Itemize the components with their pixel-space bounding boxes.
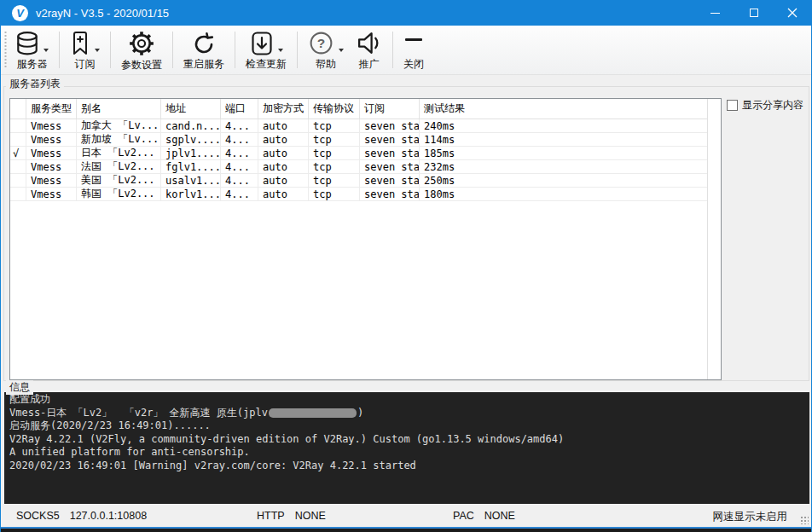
cell-type: Vmess — [26, 119, 77, 132]
server-list-group-label: 服务器列表 — [6, 77, 64, 91]
log-console: 配置成功 Vmess-日本 「Lv2」 「v2r」 全新高速 原生(jplv) … — [4, 392, 809, 504]
cell-port: 4... — [221, 188, 258, 200]
close-window-button[interactable] — [773, 0, 811, 26]
cell-type: Vmess — [26, 160, 77, 173]
column-header-state[interactable] — [10, 99, 26, 119]
maximize-button[interactable] — [734, 0, 773, 26]
cell-test-result: 185ms — [420, 147, 707, 159]
cell-state-active-checkmark: √ — [10, 147, 26, 159]
cell-port: 4... — [221, 133, 258, 146]
restart-icon — [191, 31, 217, 56]
close-icon — [787, 8, 798, 18]
log-line: 配置成功 — [9, 393, 809, 407]
cell-address: jplv1.... — [161, 147, 221, 159]
toolbar-button-check-update[interactable]: 检查更新 — [240, 26, 293, 74]
cell-state — [10, 119, 26, 132]
toolbar-button-label: 订阅 — [75, 57, 96, 72]
toolbar-separator — [392, 32, 393, 68]
toolbar-button-label: 参数设置 — [121, 58, 162, 72]
redacted-text — [269, 408, 357, 418]
cell-subscription: seven star — [360, 174, 420, 187]
cell-state — [10, 188, 26, 200]
toolbar-button-subscription[interactable]: 订阅 — [64, 26, 106, 74]
column-header-transport[interactable]: 传输协议 — [309, 99, 360, 119]
log-line: 2020/02/23 16:49:01 [Warning] v2ray.com/… — [9, 460, 809, 473]
column-header-test-result[interactable]: 测试结果 — [420, 99, 707, 119]
window-title: v2rayN - V3.5 - 2020/01/15 — [36, 7, 169, 20]
toolbar-separator — [172, 32, 173, 68]
svg-text:?: ? — [317, 36, 325, 50]
chevron-down-icon[interactable] — [95, 49, 100, 52]
table-row[interactable]: Vmess 法国 「Lv2... fglv1.... 4... auto tcp… — [10, 160, 707, 174]
cell-alias: 韩国 「Lv2... — [77, 188, 161, 200]
cell-test-result: 240ms — [420, 119, 707, 132]
cell-address: sgplv.... — [161, 133, 221, 146]
server-icon — [15, 31, 39, 56]
chevron-down-icon[interactable] — [339, 49, 344, 52]
maximize-icon — [750, 9, 758, 17]
cell-state — [10, 174, 26, 187]
statusbar: SOCKS5127.0.0.1:10808 HTTPNONE PACNONE 网… — [1, 506, 811, 527]
settings-gear-icon — [128, 30, 155, 57]
table-row[interactable]: Vmess 美国 「Lv2... usalv1... 4... auto tcp… — [10, 174, 707, 188]
cell-transport: tcp — [309, 133, 360, 146]
table-row[interactable]: √ Vmess 日本 「Lv2... jplv1.... 4... auto t… — [10, 147, 707, 160]
log-line: Vmess-日本 「Lv2」 「v2r」 全新高速 原生(jplv) — [9, 407, 809, 420]
chevron-down-icon[interactable] — [278, 49, 283, 52]
minimize-button[interactable] — [696, 0, 734, 26]
table-row[interactable]: Vmess 韩国 「Lv2... korlv1... 4... auto tcp… — [10, 188, 707, 201]
cell-alias: 法国 「Lv2... — [77, 160, 161, 173]
app-logo-icon: V — [12, 5, 28, 21]
cell-state — [10, 160, 26, 173]
toolbar: 服务器 订阅 — [1, 26, 811, 75]
cell-subscription: seven star — [360, 160, 420, 173]
cell-encryption: auto — [258, 119, 309, 132]
table-row[interactable]: Vmess 加拿大 「Lv... cand.n... 4... auto tcp… — [10, 119, 707, 133]
cell-port: 4... — [221, 174, 258, 187]
cell-transport: tcp — [309, 160, 360, 173]
toolbar-button-label: 帮助 — [316, 57, 336, 72]
pac-value: NONE — [484, 510, 515, 522]
table-body: Vmess 加拿大 「Lv... cand.n... 4... auto tcp… — [10, 119, 707, 201]
http-status: HTTPNONE — [257, 510, 326, 522]
toolbar-button-promotion[interactable]: 推广 — [350, 26, 388, 74]
toolbar-button-servers[interactable]: 服务器 — [9, 26, 55, 74]
resize-grip[interactable] — [800, 516, 809, 524]
cell-test-result: 180ms — [420, 188, 707, 200]
cell-port: 4... — [221, 119, 258, 132]
cell-transport: tcp — [309, 174, 360, 187]
cell-subscription: seven star — [360, 147, 420, 159]
column-header-alias[interactable]: 别名 — [77, 99, 161, 119]
http-value: NONE — [295, 510, 326, 522]
toolbar-button-help[interactable]: ? 帮助 — [302, 26, 350, 74]
subscription-icon — [70, 31, 90, 56]
pac-status: PACNONE — [453, 510, 515, 522]
cell-address: korlv1... — [161, 188, 221, 200]
table-vertical-scrollbar[interactable] — [707, 99, 721, 379]
column-header-port[interactable]: 端口 — [221, 99, 258, 119]
netspeed-status: 网速显示未启用 — [713, 510, 788, 524]
share-content-checkbox[interactable]: 显示分享内容 — [727, 98, 803, 113]
cell-alias: 加拿大 「Lv... — [77, 119, 161, 132]
titlebar[interactable]: V v2rayN - V3.5 - 2020/01/15 — [1, 0, 811, 26]
v2rayn-window: V v2rayN - V3.5 - 2020/01/15 — [0, 0, 812, 532]
cell-transport: tcp — [309, 119, 360, 132]
toolbar-button-close[interactable]: 关闭 — [397, 26, 430, 74]
cell-address: fglv1.... — [161, 160, 221, 173]
toolbar-grip[interactable] — [3, 31, 8, 69]
toolbar-button-settings[interactable]: 参数设置 — [115, 26, 168, 74]
toolbar-separator — [235, 32, 235, 68]
cell-type: Vmess — [26, 174, 77, 187]
column-header-encryption[interactable]: 加密方式 — [258, 99, 309, 119]
toolbar-button-label: 关闭 — [403, 57, 424, 72]
chevron-down-icon[interactable] — [44, 49, 49, 52]
table-row[interactable]: Vmess 新加坡 「Lv... sgplv.... 4... auto tcp… — [10, 133, 707, 147]
log-line-text: ) — [357, 407, 363, 419]
toolbar-button-restart-service[interactable]: 重启服务 — [177, 26, 230, 74]
toolbar-button-label: 重启服务 — [183, 57, 224, 72]
toolbar-button-label: 推广 — [359, 57, 380, 72]
column-header-subscription[interactable]: 订阅 — [360, 99, 420, 119]
close-dash-icon — [405, 38, 422, 41]
column-header-type[interactable]: 服务类型 — [26, 99, 77, 119]
column-header-address[interactable]: 地址 — [161, 99, 221, 119]
